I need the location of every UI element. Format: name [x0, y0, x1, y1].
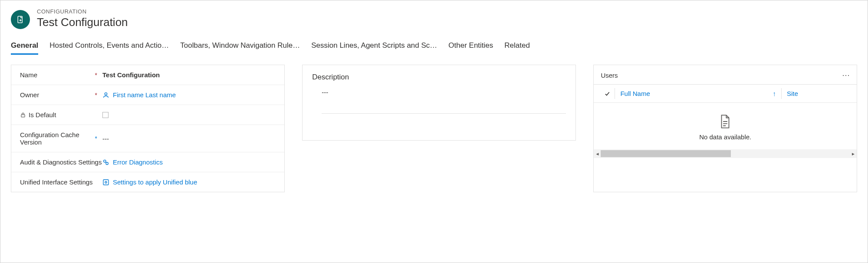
cache-value[interactable]: --- [102, 135, 276, 142]
isdefault-checkbox [102, 112, 108, 118]
unified-label: Unified Interface Settings [20, 178, 93, 186]
document-icon [719, 114, 732, 129]
users-empty-text: No data available. [594, 133, 857, 141]
tab-related[interactable]: Related [504, 41, 530, 55]
svg-point-4 [106, 162, 108, 164]
users-column-header: Full Name ↑ Site [594, 85, 857, 103]
users-panel: Users ⋯ Full Name ↑ Site No data availab… [593, 65, 857, 192]
tab-session-lines[interactable]: Session Lines, Agent Scripts and Sc… [311, 41, 437, 55]
tab-hosted-controls[interactable]: Hosted Controls, Events and Actio… [49, 41, 169, 55]
recommended-icon: * [95, 135, 97, 142]
select-all-check[interactable] [600, 91, 615, 97]
audit-value[interactable]: Error Diagnostics [113, 158, 163, 166]
isdefault-label: Is Default [29, 111, 56, 118]
users-title: Users [601, 72, 618, 79]
scroll-left-icon[interactable]: ◄ [594, 149, 601, 158]
field-unified-interface[interactable]: Unified Interface Settings Settings to a… [11, 172, 284, 192]
svg-point-1 [105, 92, 107, 95]
svg-point-6 [105, 181, 107, 183]
form-panel: Name * Test Configuration Owner * First … [11, 65, 285, 192]
more-icon[interactable]: ⋯ [842, 70, 851, 80]
tab-general[interactable]: General [11, 41, 38, 55]
owner-label: Owner [20, 91, 39, 99]
sort-asc-icon: ↑ [773, 90, 776, 97]
cache-label: Configuration Cache Version [20, 131, 92, 146]
tab-toolbars[interactable]: Toolbars, Window Navigation Rule… [180, 41, 300, 55]
settings-icon [102, 179, 109, 186]
name-label: Name [20, 71, 37, 79]
field-cache-version[interactable]: Configuration Cache Version * --- [11, 125, 284, 152]
content-area: Name * Test Configuration Owner * First … [0, 55, 868, 202]
field-owner[interactable]: Owner * First name Last name [11, 85, 284, 105]
column-fullname-label: Full Name [620, 90, 650, 97]
users-horizontal-scrollbar[interactable]: ◄ ► [594, 149, 857, 158]
tab-other-entities[interactable]: Other Entities [448, 41, 493, 55]
field-is-default: Is Default [11, 105, 284, 125]
owner-value[interactable]: First name Last name [113, 91, 176, 99]
diagnostics-icon [102, 159, 109, 166]
description-label: Description [302, 65, 575, 83]
svg-rect-5 [103, 180, 108, 185]
description-panel: Description --- [302, 65, 576, 141]
page-header: CONFIGURATION Test Configuration [0, 0, 868, 33]
svg-rect-0 [18, 16, 22, 23]
column-fullname[interactable]: Full Name ↑ [615, 88, 781, 99]
breadcrumb: CONFIGURATION [37, 8, 128, 15]
required-icon: * [95, 92, 97, 99]
field-name[interactable]: Name * Test Configuration [11, 65, 284, 85]
description-value[interactable]: --- [322, 89, 566, 114]
tab-bar: General Hosted Controls, Events and Acti… [0, 41, 868, 55]
page-title: Test Configuration [37, 16, 128, 29]
scrollbar-thumb[interactable] [601, 150, 731, 157]
column-site[interactable]: Site [781, 88, 851, 99]
audit-label: Audit & Diagnostics Settings [20, 158, 102, 166]
required-icon: * [95, 72, 97, 79]
person-icon [102, 92, 109, 99]
scroll-right-icon[interactable]: ► [850, 149, 857, 158]
column-site-label: Site [787, 90, 798, 97]
svg-rect-2 [21, 115, 25, 117]
users-empty-state: No data available. [594, 103, 857, 149]
name-value[interactable]: Test Configuration [102, 71, 276, 79]
svg-point-3 [104, 160, 106, 162]
unified-value[interactable]: Settings to apply Unified blue [113, 178, 197, 186]
entity-icon [11, 10, 30, 29]
field-audit-diagnostics[interactable]: Audit & Diagnostics Settings Error Diagn… [11, 152, 284, 172]
lock-icon [20, 112, 26, 118]
